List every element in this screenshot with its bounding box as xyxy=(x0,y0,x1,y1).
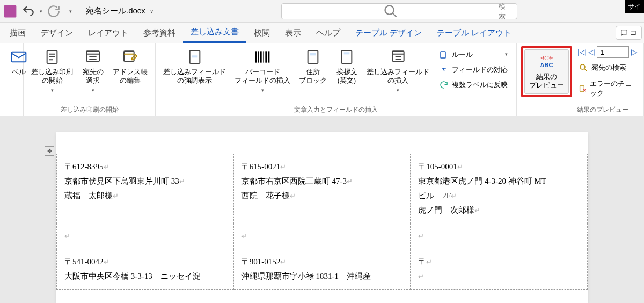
svg-rect-15 xyxy=(310,53,316,55)
preview-highlight-box: ≪ ≫ ABC 結果の プレビュー xyxy=(521,46,572,97)
greeting-icon xyxy=(338,48,355,66)
label-cell[interactable]: 〒901-0152↵ 沖縄県那覇市字小禄 1831-1 沖縄産 xyxy=(233,249,411,290)
tab-help[interactable]: ヘルプ xyxy=(309,24,348,42)
tab-review[interactable]: 校閲 xyxy=(246,24,277,42)
label-table: 〒612-8395↵ 京都市伏見区下鳥羽東芹川町 33↵ 蔵福 太郎様↵ 〒61… xyxy=(56,154,588,290)
select-recipients-button[interactable]: 宛先の 選択 ▾ xyxy=(78,46,107,96)
label-cell[interactable]: 〒↵ ↵ xyxy=(411,249,588,290)
svg-rect-0 xyxy=(4,5,17,17)
titlebar: ▾ ▾ 宛名シール.docx ∨ 検索 サイ xyxy=(0,0,644,23)
document-title[interactable]: 宛名シール.docx ∨ xyxy=(86,6,153,16)
table-row: ↵ ↵ ↵ xyxy=(57,223,588,249)
table-row: 〒541-0042↵ 大阪市中央区今橋 3-3-13 ニッセイ淀 〒901-01… xyxy=(57,249,588,290)
group-write-insert-fields: 差し込みフィールド の強調表示 バーコード フィールドの挿入 ▾ 住所 ブロック… xyxy=(156,43,517,116)
edit-list-icon xyxy=(122,48,139,66)
preview-icon: ≪ ≫ ABC xyxy=(538,53,555,70)
prev-record-button[interactable]: ◁ xyxy=(588,47,595,57)
tab-tablelayout[interactable]: テーブル レイアウト xyxy=(429,24,519,42)
app-icon[interactable] xyxy=(3,4,17,18)
check-errors-button[interactable]: エラーのチェック xyxy=(577,77,639,100)
rules-button[interactable]: ルール ▾ xyxy=(438,48,509,61)
chevron-down-icon: ▾ xyxy=(51,88,54,94)
spacer-cell[interactable]: ↵ xyxy=(57,223,234,249)
insert-merge-field-button[interactable]: 差し込みフィールド の挿入 ▾ xyxy=(363,46,433,96)
comment-icon xyxy=(620,29,628,37)
update-icon xyxy=(439,80,449,90)
svg-rect-7 xyxy=(192,55,197,57)
chevron-down-icon[interactable]: ▾ xyxy=(40,9,42,14)
address-block-button[interactable]: 住所 ブロック xyxy=(296,46,330,88)
tab-tabledesign[interactable]: テーブル デザイン xyxy=(348,24,429,42)
svg-rect-20 xyxy=(580,86,584,91)
chevron-down-icon: ▾ xyxy=(92,88,94,94)
right-badge: サイ xyxy=(625,0,644,13)
first-record-button[interactable]: |◁ xyxy=(577,47,586,57)
ribbon-tabs: 描画 デザイン レイアウト 参考資料 差し込み文書 校閲 表示 ヘルプ テーブル… xyxy=(0,23,644,43)
svg-rect-8 xyxy=(255,51,257,62)
redo-button[interactable] xyxy=(47,4,61,18)
recipients-icon xyxy=(84,48,101,66)
svg-rect-18 xyxy=(441,52,445,58)
table-row: 〒612-8395↵ 京都市伏見区下鳥羽東芹川町 33↵ 蔵福 太郎様↵ 〒61… xyxy=(57,154,588,223)
quick-access-toolbar: ▾ ▾ xyxy=(3,4,72,18)
check-icon xyxy=(579,84,587,93)
next-record-button[interactable]: ▷ xyxy=(631,47,638,57)
group-create: ベル xyxy=(0,43,24,116)
document-area[interactable]: ✥ 〒612-8395↵ 京都市伏見区下鳥羽東芹川町 33↵ 蔵福 太郎様↵ 〒… xyxy=(0,116,644,303)
tab-layout[interactable]: レイアウト xyxy=(80,24,136,42)
ribbon: ベル 差し込み印刷 の開始 ▾ 宛先の 選択 ▾ アドレス帳 の編集 差し込み印… xyxy=(0,43,644,116)
qat-customize-icon[interactable]: ▾ xyxy=(69,9,72,14)
tab-draw[interactable]: 描画 xyxy=(2,24,33,42)
group-label: 結果のプレビュー xyxy=(521,104,639,114)
group-preview-results: ≪ ≫ ABC 結果の プレビュー |◁ ◁ ▷ 宛先の検索 xyxy=(517,43,644,116)
match-icon xyxy=(439,65,449,75)
start-mailmerge-button[interactable]: 差し込み印刷 の開始 ▾ xyxy=(28,46,76,96)
address-block-icon xyxy=(304,48,321,66)
chevron-down-icon: ▾ xyxy=(397,88,399,94)
svg-rect-14 xyxy=(308,50,318,63)
svg-rect-4 xyxy=(86,51,99,61)
label-cell[interactable]: 〒105-0001↵ 東京都港区虎ノ門 4-3-20 神谷町 MT ビル 2F↵… xyxy=(411,154,588,223)
preview-results-button[interactable]: ≪ ≫ ABC 結果の プレビュー xyxy=(524,49,569,94)
svg-point-19 xyxy=(580,64,585,69)
document-icon xyxy=(43,48,61,66)
record-number-input[interactable] xyxy=(597,46,629,58)
match-fields-button[interactable]: フィールドの対応 xyxy=(438,63,509,76)
spacer-cell[interactable]: ↵ xyxy=(233,223,411,249)
label-cell[interactable]: 〒615-0021↵ 京都市右京区西院三蔵町 47-3↵ 西院 花子様↵ xyxy=(233,154,411,223)
group-label: 文章入力とフィールドの挿入 xyxy=(160,104,512,114)
undo-button[interactable] xyxy=(21,4,35,18)
insert-field-icon xyxy=(390,48,407,66)
find-icon xyxy=(579,63,588,73)
table-move-handle-icon[interactable]: ✥ xyxy=(45,146,54,156)
comments-button[interactable]: コ xyxy=(616,26,642,40)
chevron-down-icon: ▾ xyxy=(505,52,508,58)
svg-rect-17 xyxy=(392,51,404,61)
svg-rect-9 xyxy=(258,51,259,62)
greeting-line-button[interactable]: 挨拶文 (英文) xyxy=(332,46,361,88)
field-tools: ルール ▾ フィールドの対応 複数ラベルに反映 xyxy=(435,46,512,93)
tab-view[interactable]: 表示 xyxy=(277,24,309,42)
group-label: 差し込み印刷の開始 xyxy=(28,104,151,114)
label-cell[interactable]: 〒541-0042↵ 大阪市中央区今橋 3-3-13 ニッセイ淀 xyxy=(57,249,234,290)
search-input[interactable]: 検索 xyxy=(281,3,517,19)
svg-rect-11 xyxy=(263,51,264,62)
group-start-mailmerge: 差し込み印刷 の開始 ▾ 宛先の 選択 ▾ アドレス帳 の編集 差し込み印刷の開… xyxy=(24,43,156,116)
label-cell[interactable]: 〒612-8395↵ 京都市伏見区下鳥羽東芹川町 33↵ 蔵福 太郎様↵ xyxy=(57,154,234,223)
barcode-icon xyxy=(254,48,271,66)
update-labels-button[interactable]: 複数ラベルに反映 xyxy=(438,78,509,91)
record-navigation: |◁ ◁ ▷ xyxy=(577,46,639,58)
rules-icon xyxy=(439,50,449,60)
chevron-down-icon: ∨ xyxy=(150,8,153,14)
highlight-merge-fields-button[interactable]: 差し込みフィールド の強調表示 xyxy=(160,46,229,88)
insert-barcode-button[interactable]: バーコード フィールドの挿入 ▾ xyxy=(231,46,294,96)
find-recipient-button[interactable]: 宛先の検索 xyxy=(577,61,639,74)
svg-rect-12 xyxy=(265,51,267,62)
spacer-cell[interactable]: ↵ xyxy=(411,223,588,249)
edit-recipient-list-button[interactable]: アドレス帳 の編集 xyxy=(109,46,151,88)
page: ✥ 〒612-8395↵ 京都市伏見区下鳥羽東芹川町 33↵ 蔵福 太郎様↵ 〒… xyxy=(56,132,588,303)
tab-references[interactable]: 参考資料 xyxy=(136,24,183,42)
tab-design[interactable]: デザイン xyxy=(33,24,80,42)
tab-mailmerge[interactable]: 差し込み文書 xyxy=(183,23,246,43)
search-icon xyxy=(287,4,494,19)
